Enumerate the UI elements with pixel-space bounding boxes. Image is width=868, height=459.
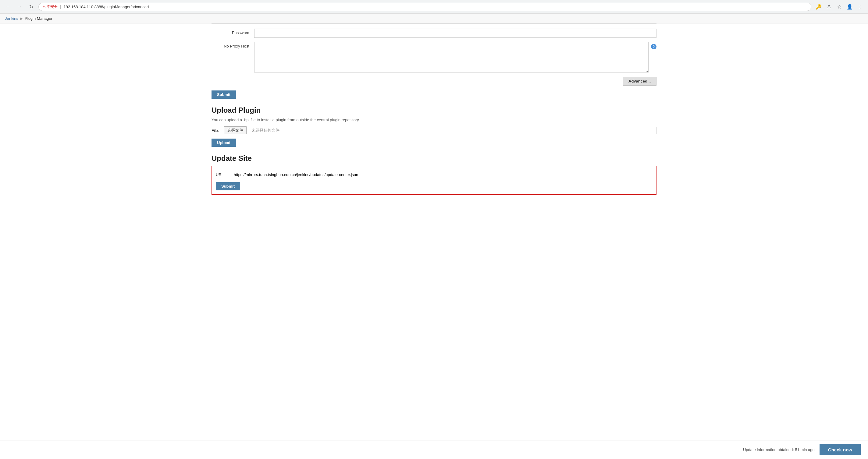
breadcrumb-separator: ▶	[20, 17, 23, 21]
url-row: URL	[216, 170, 652, 179]
upload-button[interactable]: Upload	[212, 139, 236, 147]
proxy-form-section: Password No Proxy Host ? Advanced...	[212, 29, 656, 99]
advanced-button[interactable]: Advanced...	[623, 77, 656, 86]
password-label: Password	[212, 29, 254, 35]
proxy-submit-row: Submit	[212, 91, 656, 99]
security-warning: ⚠ 不安全	[42, 4, 58, 9]
advanced-row: Advanced...	[212, 77, 656, 86]
upload-plugin-section: Upload Plugin You can upload a .hpi file…	[212, 106, 656, 147]
content-inner: Password No Proxy Host ? Advanced...	[212, 24, 656, 195]
address-text: 192.168.184.110:8888/pluginManager/advan…	[63, 5, 807, 9]
top-separator	[212, 24, 656, 24]
profile-icon[interactable]: 👤	[845, 2, 854, 11]
choose-file-button[interactable]: 选择文件	[224, 126, 247, 134]
no-proxy-host-with-help: ?	[254, 42, 656, 72]
address-bar: ⚠ 不安全 | 192.168.184.110:8888/pluginManag…	[38, 3, 811, 11]
key-icon[interactable]: 🔑	[814, 2, 823, 11]
breadcrumb-current: Plugin Manager	[25, 16, 53, 21]
password-input[interactable]	[254, 29, 656, 38]
translate-icon[interactable]: A	[825, 2, 833, 11]
reload-button[interactable]: ↻	[27, 2, 35, 11]
browser-actions: 🔑 A ☆ 👤 ⋮	[814, 2, 864, 11]
back-button[interactable]: ←	[4, 2, 12, 11]
browser-chrome: ← → ↻ ⚠ 不安全 | 192.168.184.110:8888/plugi…	[0, 0, 868, 14]
update-site-title: Update Site	[212, 154, 656, 163]
star-icon[interactable]: ☆	[835, 2, 844, 11]
file-name-display	[249, 127, 656, 134]
password-row: Password	[212, 29, 656, 38]
update-site-submit-row: Submit	[216, 182, 652, 190]
upload-btn-row: Upload	[212, 139, 656, 147]
no-proxy-help-icon[interactable]: ?	[651, 44, 656, 50]
upload-plugin-description: You can upload a .hpi file to install a …	[212, 118, 656, 122]
footer-bar: Update information obtained: 51 min ago …	[0, 440, 868, 446]
url-label: URL	[216, 172, 228, 177]
update-site-section: Update Site URL Submit	[212, 154, 656, 195]
forward-button[interactable]: →	[15, 2, 24, 11]
file-label: File:	[212, 128, 219, 133]
update-site-box: URL Submit	[212, 166, 656, 195]
breadcrumb-home[interactable]: Jenkins	[5, 16, 18, 21]
no-proxy-host-row: No Proxy Host ?	[212, 42, 656, 72]
main-content: Password No Proxy Host ? Advanced...	[0, 24, 868, 446]
no-proxy-host-label: No Proxy Host	[212, 42, 254, 48]
breadcrumb: Jenkins ▶ Plugin Manager	[0, 14, 868, 24]
no-proxy-host-wrap: ?	[254, 42, 656, 72]
separator: |	[60, 5, 61, 9]
menu-icon[interactable]: ⋮	[856, 2, 864, 11]
upload-plugin-title: Upload Plugin	[212, 106, 656, 114]
browser-toolbar: ← → ↻ ⚠ 不安全 | 192.168.184.110:8888/plugi…	[0, 0, 868, 13]
file-input-row: File: 选择文件	[212, 126, 656, 134]
proxy-submit-button[interactable]: Submit	[212, 91, 236, 99]
no-proxy-host-textarea[interactable]	[254, 42, 649, 72]
check-now-button[interactable]: Check now	[819, 444, 861, 446]
password-input-wrap	[254, 29, 656, 38]
url-input[interactable]	[231, 170, 652, 179]
update-site-submit-button[interactable]: Submit	[216, 182, 240, 190]
